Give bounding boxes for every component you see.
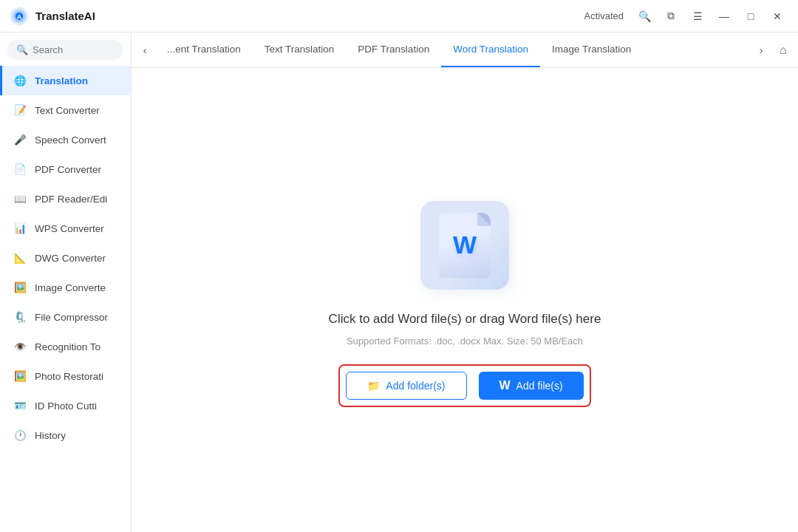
action-buttons-group: 📁 Add folder(s) W Add file(s) <box>338 364 590 407</box>
sidebar-label-recognition-to: Recognition To <box>35 341 100 352</box>
sidebar-item-photo-restoration[interactable]: 🖼️ Photo Restorati <box>0 361 131 391</box>
sidebar-icon-pdf-converter: 📄 <box>13 162 27 177</box>
tab-document-translation[interactable]: ...ent Translation <box>155 33 253 67</box>
sidebar: 🔍 🌐 Translation 📝 Text Converter 🎤 Speec… <box>0 33 132 532</box>
sidebar-label-history: History <box>35 430 66 441</box>
sidebar-icon-wps-converter: 📊 <box>13 221 27 236</box>
sidebar-label-id-photo: ID Photo Cutti <box>35 400 97 412</box>
sidebar-label-dwg-converter: DWG Converter <box>35 253 106 264</box>
sidebar-icon-file-compressor: 🗜️ <box>13 310 27 324</box>
sidebar-icon-translation: 🌐 <box>13 73 27 88</box>
tab-image-translation[interactable]: Image Translation <box>540 33 643 67</box>
word-w-letter: W <box>453 231 477 259</box>
sidebar-icon-pdf-reader: 📖 <box>13 191 27 206</box>
menu-button[interactable]: ☰ <box>686 6 709 27</box>
add-folder-button[interactable]: 📁 Add folder(s) <box>346 372 466 400</box>
sidebar-item-recognition-to[interactable]: 👁️ Recognition To <box>0 332 131 361</box>
main-layout: 🔍 🌐 Translation 📝 Text Converter 🎤 Speec… <box>0 33 798 532</box>
sidebar-item-wps-converter[interactable]: 📊 WPS Converter <box>0 214 131 243</box>
sidebar-item-history[interactable]: 🕐 History <box>0 420 131 450</box>
tabs-container: ...ent TranslationText TranslationPDF Tr… <box>155 33 643 67</box>
minimize-button[interactable]: — <box>712 6 736 27</box>
sidebar-label-photo-restoration: Photo Restorati <box>35 371 103 382</box>
sidebar-icon-text-converter: 📝 <box>13 103 27 117</box>
folder-plus-icon: 📁 <box>367 380 380 392</box>
add-folder-label: Add folder(s) <box>386 380 445 392</box>
snap-button[interactable]: ⧉ <box>659 6 683 27</box>
word-icon-background: W <box>420 201 509 290</box>
sidebar-label-file-compressor: File Compressor <box>35 312 108 323</box>
sidebar-label-wps-converter: WPS Converter <box>35 223 104 234</box>
sidebar-items-container: 🌐 Translation 📝 Text Converter 🎤 Speech … <box>0 66 131 450</box>
sidebar-item-translation[interactable]: 🌐 Translation <box>0 66 131 95</box>
app-title: TranslateAI <box>35 10 95 22</box>
sidebar-icon-history: 🕐 <box>13 428 27 443</box>
sidebar-icon-id-photo: 🪪 <box>13 398 27 413</box>
sidebar-icon-speech-convert: 🎤 <box>13 132 27 147</box>
sidebar-label-translation: Translation <box>35 75 88 86</box>
sidebar-item-pdf-reader[interactable]: 📖 PDF Reader/Edi <box>0 184 131 214</box>
maximize-button[interactable]: □ <box>739 6 763 27</box>
word-doc-shape: W <box>439 213 491 278</box>
title-bar: A TranslateAI Activated 🔍 ⧉ ☰ — □ ✕ <box>0 0 798 33</box>
sidebar-label-pdf-converter: PDF Converter <box>35 164 101 175</box>
sidebar-label-speech-convert: Speech Convert <box>35 134 106 146</box>
content-area: ‹ ...ent TranslationText TranslationPDF … <box>132 33 798 532</box>
tab-word-translation[interactable]: Word Translation <box>441 33 540 67</box>
sidebar-item-file-compressor[interactable]: 🗜️ File Compressor <box>0 302 131 332</box>
sidebar-label-text-converter: Text Converter <box>35 105 100 116</box>
drop-zone-title: Click to add Word file(s) or drag Word f… <box>329 312 601 327</box>
sidebar-item-text-converter[interactable]: 📝 Text Converter <box>0 95 131 125</box>
sidebar-icon-recognition-to: 👁️ <box>13 339 27 354</box>
tab-scroll-left-button[interactable]: ‹ <box>134 37 155 64</box>
add-file-label: Add file(s) <box>516 380 563 392</box>
sidebar-item-dwg-converter[interactable]: 📐 DWG Converter <box>0 243 131 273</box>
tab-scroll-right-button[interactable]: › <box>751 37 771 64</box>
svg-text:A: A <box>17 13 22 21</box>
sidebar-label-image-converter: Image Converte <box>35 282 106 293</box>
word-icon-wrapper: W <box>413 194 516 297</box>
sidebar-icon-dwg-converter: 📐 <box>13 250 27 265</box>
drop-zone-subtitle: Supported Formats: .doc, .docx Max. Size… <box>347 335 583 347</box>
tab-text-translation[interactable]: Text Translation <box>253 33 347 67</box>
sidebar-item-image-converter[interactable]: 🖼️ Image Converte <box>0 273 131 302</box>
search-title-button[interactable]: 🔍 <box>632 6 656 27</box>
sidebar-label-pdf-reader: PDF Reader/Edi <box>35 194 107 205</box>
tab-home-button[interactable]: ⌂ <box>771 37 795 64</box>
activated-badge: Activated <box>584 10 624 21</box>
app-logo: A <box>9 6 30 27</box>
tab-pdf-translation[interactable]: PDF Translation <box>346 33 441 67</box>
word-file-icon: W <box>499 379 511 392</box>
search-icon: 🔍 <box>16 44 28 55</box>
sidebar-icon-photo-restoration: 🖼️ <box>13 369 27 383</box>
drop-zone[interactable]: W Click to add Word file(s) or drag Word… <box>132 68 798 532</box>
sidebar-item-pdf-converter[interactable]: 📄 PDF Converter <box>0 154 131 184</box>
close-button[interactable]: ✕ <box>765 6 789 27</box>
tabs-bar: ‹ ...ent TranslationText TranslationPDF … <box>132 33 798 68</box>
title-bar-controls: Activated 🔍 ⧉ ☰ — □ ✕ <box>584 6 789 27</box>
sidebar-icon-image-converter: 🖼️ <box>13 280 27 295</box>
search-input[interactable] <box>33 44 115 55</box>
search-box[interactable]: 🔍 <box>7 40 123 60</box>
sidebar-item-id-photo[interactable]: 🪪 ID Photo Cutti <box>0 391 131 420</box>
add-file-button[interactable]: W Add file(s) <box>479 372 584 400</box>
sidebar-item-speech-convert[interactable]: 🎤 Speech Convert <box>0 125 131 154</box>
title-bar-left: A TranslateAI <box>9 6 584 27</box>
